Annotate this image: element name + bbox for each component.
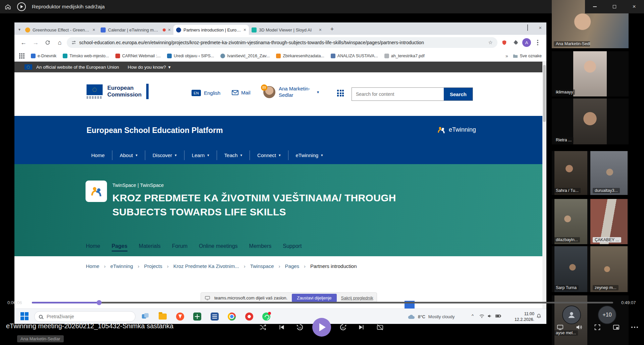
twinspace-tab-home[interactable]: Home [86,243,100,252]
twinspace-tab-forum[interactable]: Forum [172,243,187,252]
browser-menu-icon[interactable] [533,38,542,47]
whatsapp-icon[interactable] [262,312,271,321]
breadcrumb-twinspace[interactable]: Twinspace [250,263,274,269]
breadcrumb-projects[interactable]: Projects [144,263,162,269]
home-icon[interactable] [5,4,11,10]
nav-learn[interactable]: Learn▾ [184,150,217,160]
stop-sharing-button[interactable]: Zaustavi dijeljenje [292,294,336,302]
scrollbar-thumb[interactable] [543,65,546,122]
minimize-button[interactable] [585,0,605,13]
forward-30-icon[interactable]: 30 [339,323,347,331]
breadcrumb-home[interactable]: Home [86,263,99,269]
page-scrollbar[interactable] [542,62,546,308]
seek-thumb[interactable] [97,300,102,305]
play-button[interactable] [312,318,331,337]
volume-icon[interactable] [575,323,583,331]
language-selector[interactable]: EN English [192,90,220,96]
nav-connect[interactable]: Connect▾ [250,150,288,160]
search-button[interactable]: Search [444,88,473,100]
maximize-button[interactable] [605,0,625,13]
bookmark-item[interactable]: ANALIZA SUSTAVA... [331,54,378,58]
nav-etwinning[interactable]: eTwinning▾ [288,150,330,160]
word-icon[interactable] [210,312,219,321]
bookmark-item[interactable]: Zbirkaresenihzadata... [276,54,324,58]
european-commission-logo[interactable]: EuropeanCommission [87,84,149,99]
chapter-chip[interactable]: Ana Marketin-Sedlar [17,335,64,342]
mail-link[interactable]: Mail [232,90,251,95]
taskbar-search-input[interactable] [46,314,131,320]
twinspace-tab-materials[interactable]: Materials [139,243,161,252]
close-button[interactable]: × [624,0,644,13]
tab-close-icon[interactable]: × [168,27,171,32]
tab-close-icon[interactable]: × [319,27,322,32]
nav-teach[interactable]: Teach▾ [217,150,250,160]
twinspace-tab-online-meetings[interactable]: Online meetings [199,243,238,252]
user-menu[interactable]: 89 Ana Marketin-Sedlar ▾ [263,86,319,98]
file-explorer-icon[interactable] [158,312,167,321]
next-track-icon[interactable] [358,323,366,331]
breadcrumb-pages[interactable]: Pages [285,263,300,269]
browser-profile-avatar[interactable]: A [522,38,531,47]
all-bookmarks-button[interactable]: Sve oznake [513,54,542,58]
bookmark-item[interactable]: Uredi objavu ‹ SIPS... [167,54,214,58]
bookmark-star-icon[interactable]: ☆ [488,40,493,46]
captions-off-icon[interactable] [376,323,384,331]
nav-discover[interactable]: Discover▾ [145,150,184,160]
forward-icon[interactable]: → [31,38,41,48]
bookmark-item[interactable]: Ivanišević_2016_Zav... [220,54,270,58]
reload-icon[interactable] [43,38,53,48]
system-tray[interactable] [479,314,501,318]
browser-maximize-button[interactable] [527,25,528,30]
browser-tab-calendar[interactable]: Calendar | eTwinning meeti... × [98,25,173,35]
adblock-extension-icon[interactable] [499,38,509,47]
nav-home[interactable]: Home [87,150,112,160]
tab-search-icon[interactable]: ▾ [18,27,20,32]
browser-tab-greenhouse[interactable]: Greenhouse Effect - Greenhous... × [22,25,98,35]
task-view-icon[interactable] [141,312,150,321]
shuffle-icon[interactable] [259,323,267,331]
twinspace-tab-members[interactable]: Members [249,243,272,252]
apps-grid-icon[interactable] [19,53,24,59]
previous-track-icon[interactable] [277,323,285,331]
new-tab-button[interactable]: + [328,25,336,33]
apps-menu-icon[interactable] [337,90,344,96]
breadcrumb-etwinning[interactable]: eTwinning [110,263,133,269]
bookmark-item[interactable]: Timsko web-mjesto... [63,54,109,58]
notifications-bell-icon[interactable] [536,314,541,320]
browser-tab-partners-active[interactable]: Partners introduction | Europea... × [173,25,249,35]
browser-close-button[interactable]: × [539,25,542,30]
seek-bar[interactable] [32,302,613,303]
twinspace-tab-pages[interactable]: Pages [112,243,127,252]
taskbar-clock[interactable]: 11:00 12.2.2026. [510,311,534,323]
twinspace-tab-support[interactable]: Support [283,243,302,252]
mini-player-icon[interactable] [612,323,620,331]
media-app-icon[interactable] [245,312,254,321]
more-options-icon[interactable] [631,323,639,331]
cast-icon[interactable] [556,323,564,331]
browser-home-icon[interactable]: ⌂ [55,38,65,48]
bookmarks-overflow-icon[interactable]: » [505,53,508,59]
address-bar[interactable]: school-education.ec.europa.eu/en/etwinni… [67,37,497,48]
browser-tab-3d-viewer[interactable]: 3D Model Viewer | Sloyd AI × [249,25,324,35]
extensions-puzzle-icon[interactable] [511,38,520,47]
tray-chevron-icon[interactable]: ^ [472,313,474,318]
fullscreen-icon[interactable] [593,323,601,331]
chrome-icon[interactable] [227,312,236,321]
brave-browser-icon[interactable] [175,312,185,321]
bookmark-item[interactable]: CARNet Webmail :... [115,54,161,58]
tab-close-icon[interactable]: × [244,27,246,32]
bookmark-item[interactable]: e-Dnevnik [31,54,56,58]
site-settings-icon[interactable] [71,40,76,45]
taskbar-weather[interactable]: 8°C Mostly cloudy [408,312,455,322]
rewind-10-icon[interactable]: 10 [296,323,304,331]
bookmark-item[interactable]: ah_terestrika7.pdf [384,54,425,58]
tab-close-icon[interactable]: × [93,27,95,32]
breadcrumb-project[interactable]: Kroz Predmete Ka Zivotnim... [173,263,239,269]
nav-about[interactable]: About▾ [112,150,145,160]
back-icon[interactable]: ← [18,38,29,48]
how-do-you-know-link[interactable]: How do you know? ▾ [128,64,171,70]
start-button-icon[interactable] [20,312,29,320]
excel-icon[interactable] [193,312,202,321]
hide-link[interactable]: Sakrij preglednik [341,295,373,300]
search-input[interactable] [352,88,444,100]
